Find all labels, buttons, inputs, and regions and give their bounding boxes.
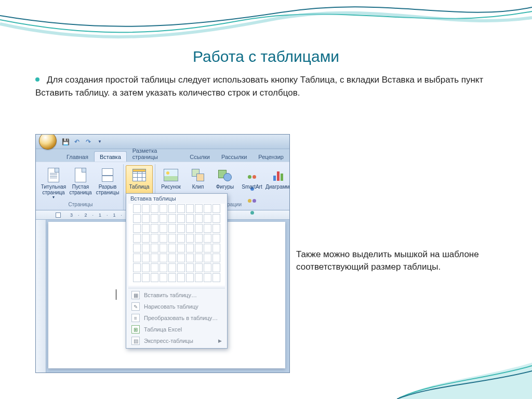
grid-cell[interactable] — [151, 234, 158, 243]
grid-cell[interactable] — [177, 234, 185, 243]
grid-cell[interactable] — [212, 224, 220, 233]
grid-cell[interactable] — [142, 254, 150, 262]
grid-cell[interactable] — [168, 234, 176, 243]
grid-cell[interactable] — [204, 273, 211, 282]
grid-cell[interactable] — [186, 254, 194, 262]
grid-cell[interactable] — [133, 204, 141, 213]
grid-cell[interactable] — [168, 254, 176, 262]
grid-cell[interactable] — [168, 273, 176, 282]
grid-cell[interactable] — [168, 204, 176, 213]
undo-icon[interactable]: ↶ — [73, 138, 81, 146]
grid-cell[interactable] — [151, 273, 158, 282]
grid-cell[interactable] — [195, 244, 203, 252]
grid-cell[interactable] — [195, 263, 203, 272]
grid-cell[interactable] — [204, 254, 211, 262]
qat-dropdown-icon[interactable]: ▼ — [96, 138, 104, 146]
grid-cell[interactable] — [168, 244, 176, 252]
grid-cell[interactable] — [159, 273, 167, 282]
grid-cell[interactable] — [186, 263, 194, 272]
grid-cell[interactable] — [195, 273, 203, 282]
grid-cell[interactable] — [212, 244, 220, 252]
grid-cell[interactable] — [177, 214, 185, 223]
grid-cell[interactable] — [151, 254, 158, 262]
smartart-button[interactable]: SmartArt — [238, 165, 265, 201]
grid-cell[interactable] — [204, 214, 211, 223]
tab-page-layout[interactable]: Разметка страницы — [127, 145, 184, 162]
grid-cell[interactable] — [177, 224, 185, 233]
grid-cell[interactable] — [186, 244, 194, 252]
chart-button[interactable]: Диаграмма — [265, 165, 290, 201]
grid-cell[interactable] — [177, 244, 185, 252]
grid-cell[interactable] — [142, 234, 150, 243]
tab-references[interactable]: Ссылки — [184, 151, 216, 162]
grid-cell[interactable] — [177, 254, 185, 262]
grid-cell[interactable] — [151, 214, 158, 223]
grid-cell[interactable] — [186, 224, 194, 233]
grid-cell[interactable] — [204, 204, 211, 213]
menu-insert-table[interactable]: ▦ Вставить таблицу… — [126, 289, 227, 301]
grid-cell[interactable] — [195, 224, 203, 233]
grid-cell[interactable] — [142, 224, 150, 233]
grid-cell[interactable] — [195, 234, 203, 243]
blank-page-button[interactable]: Пустая страница — [67, 165, 94, 201]
grid-cell[interactable] — [142, 263, 150, 272]
grid-cell[interactable] — [177, 204, 185, 213]
grid-cell[interactable] — [212, 263, 220, 272]
grid-cell[interactable] — [159, 263, 167, 272]
grid-cell[interactable] — [133, 273, 141, 282]
office-button[interactable] — [39, 134, 57, 150]
grid-cell[interactable] — [151, 224, 158, 233]
grid-cell[interactable] — [177, 273, 185, 282]
grid-cell[interactable] — [168, 263, 176, 272]
grid-cell[interactable] — [168, 224, 176, 233]
grid-cell[interactable] — [204, 224, 211, 233]
grid-cell[interactable] — [133, 254, 141, 262]
grid-cell[interactable] — [151, 204, 158, 213]
grid-cell[interactable] — [159, 204, 167, 213]
menu-convert-to-table[interactable]: ≡ Преобразовать в таблицу… — [126, 312, 227, 324]
grid-cell[interactable] — [186, 234, 194, 243]
grid-cell[interactable] — [142, 214, 150, 223]
tab-mailings[interactable]: Рассылки — [216, 151, 252, 162]
grid-cell[interactable] — [142, 204, 150, 213]
grid-cell[interactable] — [159, 234, 167, 243]
tab-insert[interactable]: Вставка — [94, 151, 127, 162]
grid-cell[interactable] — [151, 263, 158, 272]
grid-cell[interactable] — [151, 244, 158, 252]
grid-cell[interactable] — [195, 254, 203, 262]
grid-cell[interactable] — [159, 244, 167, 252]
grid-cell[interactable] — [186, 214, 194, 223]
grid-cell[interactable] — [177, 263, 185, 272]
tab-selector-icon[interactable] — [56, 212, 61, 218]
grid-cell[interactable] — [133, 244, 141, 252]
menu-draw-table[interactable]: ✎ Нарисовать таблицу — [126, 301, 227, 312]
grid-cell[interactable] — [159, 254, 167, 262]
menu-excel-table[interactable]: ⊞ Таблица Excel — [126, 324, 227, 335]
grid-cell[interactable] — [133, 234, 141, 243]
grid-cell[interactable] — [159, 224, 167, 233]
page-break-button[interactable]: Разрыв страницы — [94, 165, 121, 201]
grid-cell[interactable] — [195, 204, 203, 213]
grid-cell[interactable] — [186, 204, 194, 213]
grid-cell[interactable] — [186, 273, 194, 282]
save-icon[interactable]: 💾 — [61, 138, 70, 146]
grid-cell[interactable] — [195, 214, 203, 223]
grid-cell[interactable] — [212, 273, 220, 282]
grid-cell[interactable] — [212, 204, 220, 213]
grid-cell[interactable] — [204, 244, 211, 252]
redo-icon[interactable]: ↷ — [84, 138, 92, 146]
tab-review[interactable]: Рецензир — [252, 151, 289, 162]
grid-cell[interactable] — [212, 254, 220, 262]
table-size-grid[interactable] — [128, 204, 225, 286]
grid-cell[interactable] — [142, 244, 150, 252]
grid-cell[interactable] — [204, 263, 211, 272]
grid-cell[interactable] — [168, 214, 176, 223]
grid-cell[interactable] — [142, 273, 150, 282]
tab-home[interactable]: Главная — [61, 151, 94, 162]
grid-cell[interactable] — [133, 224, 141, 233]
grid-cell[interactable] — [212, 214, 220, 223]
grid-cell[interactable] — [133, 214, 141, 223]
grid-cell[interactable] — [133, 263, 141, 272]
menu-quick-tables[interactable]: ▤ Экспресс-таблицы ▶ — [126, 335, 227, 347]
cover-page-button[interactable]: Титульная страница ▾ — [40, 165, 67, 201]
